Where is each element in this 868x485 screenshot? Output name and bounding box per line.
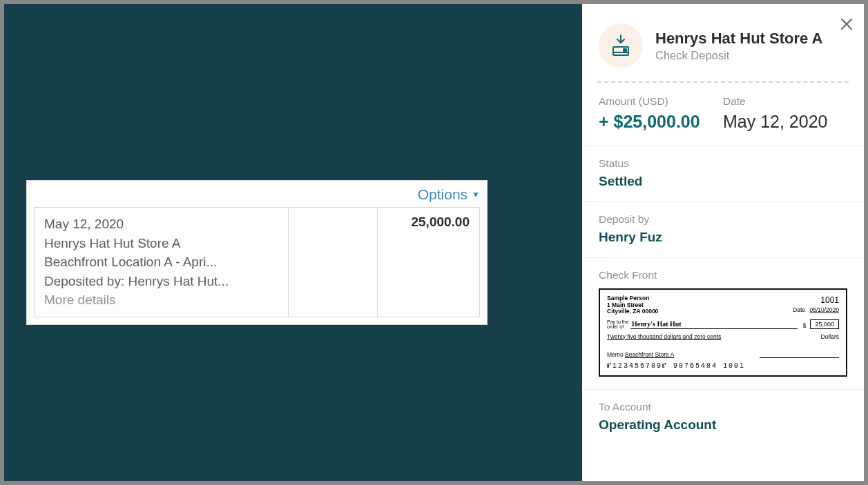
app-frame: Options ▼ May 12, 2020 Henrys Hat Hut St…: [0, 0, 868, 485]
deposit-by-label: Deposit by: [599, 213, 847, 226]
panel-header: Henrys Hat Hut Store A Check Deposit: [582, 4, 864, 81]
check-front-section: Check Front Sample Person 1 Main Street …: [582, 258, 864, 390]
deposit-icon-wrap: [599, 23, 643, 68]
check-amount-words: Twenty five thousand dollars and zero ce…: [607, 333, 814, 340]
to-account-label: To Account: [599, 401, 847, 413]
transaction-table: May 12, 2020 Henrys Hat Hut Store A Beac…: [34, 207, 480, 317]
check-amount-box: 25,000: [810, 319, 839, 329]
check-payto-label: Pay to theorder of: [607, 319, 630, 329]
check-date-label: Date: [793, 306, 805, 313]
check-memo: Beachfront Store A: [625, 351, 674, 358]
status-value: Settled: [599, 174, 847, 189]
transaction-info-cell: May 12, 2020 Henrys Hat Hut Store A Beac…: [35, 208, 289, 317]
transaction-merchant: Henrys Hat Hut Store A: [44, 234, 278, 253]
check-deposit-icon: [608, 33, 633, 58]
amount-value: + $25,000.00: [599, 112, 723, 132]
check-front-label: Check Front: [599, 269, 847, 281]
date-value: May 12, 2020: [723, 112, 847, 132]
transaction-deposited-by: Deposited by: Henrys Hat Hut...: [44, 272, 278, 291]
dollars-label: Dollars: [821, 333, 839, 340]
transaction-card: Options ▼ May 12, 2020 Henrys Hat Hut St…: [26, 180, 488, 325]
dollar-sign: $: [803, 322, 807, 329]
amount-date-row: Amount (USD) + $25,000.00 Date May 12, 2…: [582, 83, 864, 146]
caret-down-icon: ▼: [472, 190, 480, 199]
amount-label: Amount (USD): [599, 95, 723, 108]
detail-panel: Henrys Hat Hut Store A Check Deposit Amo…: [582, 4, 864, 481]
check-number: 1001: [793, 295, 839, 305]
panel-subtitle: Check Deposit: [655, 49, 822, 62]
check-memo-label: Memo: [607, 351, 624, 358]
check-micr: ⑈123456789⑈ 98765484 1001: [607, 362, 839, 370]
check-from-addr2: Cityville, ZA 00000: [607, 308, 658, 315]
svg-rect-7: [624, 49, 626, 51]
to-account-section: To Account Operating Account: [582, 390, 864, 445]
transaction-location: Beachfront Location A - Apri...: [44, 253, 278, 272]
check-date: 05/10/2020: [809, 306, 839, 313]
deposit-by-value: Henry Fuz: [599, 230, 847, 245]
check-payto: Henry's Hat Hut: [630, 320, 798, 329]
deposit-by-section: Deposit by Henry Fuz: [582, 202, 864, 258]
options-dropdown[interactable]: Options ▼: [34, 185, 480, 207]
check-signature-line: [760, 357, 839, 358]
transaction-middle-cell: [288, 208, 377, 317]
check-image[interactable]: Sample Person 1 Main Street Cityville, Z…: [599, 288, 847, 377]
to-account-value: Operating Account: [599, 417, 847, 433]
main-canvas: Options ▼ May 12, 2020 Henrys Hat Hut St…: [4, 4, 582, 481]
transaction-date: May 12, 2020: [44, 215, 278, 234]
close-icon: [840, 18, 853, 30]
close-button[interactable]: [840, 18, 853, 33]
status-section: Status Settled: [582, 146, 864, 202]
more-details-link[interactable]: More details: [44, 290, 278, 310]
panel-title: Henrys Hat Hut Store A: [655, 30, 822, 48]
date-label: Date: [723, 95, 847, 108]
table-row[interactable]: May 12, 2020 Henrys Hat Hut Store A Beac…: [35, 208, 480, 317]
status-label: Status: [599, 157, 847, 170]
options-label: Options: [418, 186, 467, 203]
transaction-amount-cell: 25,000.00: [377, 208, 479, 317]
